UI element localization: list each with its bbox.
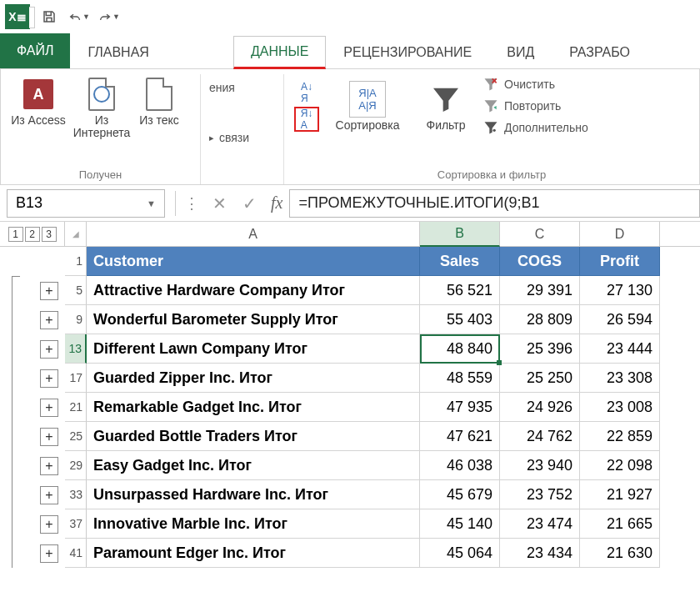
cell[interactable]: 46 038: [420, 451, 500, 480]
cell[interactable]: 23 940: [500, 451, 580, 480]
name-box-dropdown-icon[interactable]: ▼: [147, 198, 156, 208]
tab-data[interactable]: ДАННЫЕ: [233, 36, 326, 69]
cell[interactable]: Wonderful Barometer Supply Итог: [87, 305, 420, 334]
formula-input[interactable]: =ПРОМЕЖУТОЧНЫЕ.ИТОГИ(9;В1: [289, 189, 700, 218]
cell[interactable]: 23 008: [580, 393, 660, 422]
cell[interactable]: 24 762: [500, 422, 580, 451]
cell[interactable]: Remarkable Gadget Inc. Итог: [87, 393, 420, 422]
cell[interactable]: 28 809: [500, 305, 580, 334]
cell[interactable]: Innovative Marble Inc. Итог: [87, 509, 420, 539]
cell[interactable]: 25 396: [500, 334, 580, 364]
row-number[interactable]: 5: [65, 276, 87, 305]
cell[interactable]: 23 434: [500, 539, 580, 568]
outline-expand-button[interactable]: +: [40, 399, 58, 417]
cell[interactable]: 21 927: [580, 480, 660, 509]
cell[interactable]: 23 474: [500, 509, 580, 539]
cell[interactable]: 22 859: [580, 422, 660, 451]
header-cogs[interactable]: COGS: [500, 247, 580, 276]
cell[interactable]: 24 926: [500, 393, 580, 422]
cell[interactable]: 21 630: [580, 539, 660, 568]
cancel-formula-button[interactable]: ✕: [204, 189, 234, 218]
name-box[interactable]: B13 ▼: [7, 189, 165, 218]
sort-descending-button[interactable]: Я↓А: [294, 107, 319, 132]
cell[interactable]: 47 935: [420, 393, 500, 422]
undo-button[interactable]: ▼: [68, 6, 90, 28]
cell[interactable]: 55 403: [420, 305, 500, 334]
cell[interactable]: Guarded Zipper Inc. Итог: [87, 364, 420, 393]
outline-expand-button[interactable]: +: [40, 282, 58, 300]
sort-button[interactable]: Я|АА|Я Сортировка: [326, 79, 409, 132]
outline-expand-button[interactable]: +: [40, 311, 58, 329]
column-header-b[interactable]: B: [420, 222, 500, 247]
tab-home[interactable]: ГЛАВНАЯ: [70, 37, 166, 68]
cell[interactable]: Attractive Hardware Company Итог: [87, 276, 420, 305]
cell[interactable]: 23 444: [580, 334, 660, 364]
header-profit[interactable]: Profit: [580, 247, 660, 276]
cell[interactable]: Paramount Edger Inc. Итог: [87, 539, 420, 568]
tab-developer[interactable]: РАЗРАБО: [552, 37, 648, 68]
cell[interactable]: 45 679: [420, 480, 500, 509]
cell[interactable]: 47 621: [420, 422, 500, 451]
column-header-a[interactable]: A: [87, 222, 420, 246]
cell[interactable]: 45 064: [420, 539, 500, 568]
header-customer[interactable]: Customer: [87, 247, 420, 276]
row-number[interactable]: 9: [65, 305, 87, 334]
cell[interactable]: 56 521: [420, 276, 500, 305]
cell[interactable]: Easy Gadget Inc. Итог: [87, 451, 420, 480]
advanced-filter-button[interactable]: Дополнительно: [482, 118, 588, 138]
cell[interactable]: 29 391: [500, 276, 580, 305]
row-number[interactable]: 13: [65, 334, 87, 364]
accept-formula-button[interactable]: ✓: [234, 189, 264, 218]
cell[interactable]: 23 308: [580, 364, 660, 393]
select-all-corner[interactable]: ◢: [65, 222, 87, 246]
cell[interactable]: Different Lawn Company Итог: [87, 334, 420, 364]
filter-button[interactable]: Фильтр: [414, 79, 478, 132]
outline-expand-button[interactable]: +: [40, 457, 58, 475]
save-button[interactable]: [38, 6, 60, 28]
tab-file[interactable]: ФАЙЛ: [0, 33, 70, 68]
outline-expand-button[interactable]: +: [40, 369, 58, 388]
clear-filter-button[interactable]: Очистить: [482, 74, 588, 94]
outline-expand-button[interactable]: +: [40, 544, 58, 563]
sort-ascending-button[interactable]: А↓Я: [294, 80, 319, 105]
reapply-filter-button[interactable]: Повторить: [482, 96, 588, 116]
outline-expand-button[interactable]: +: [40, 340, 58, 359]
from-access-button[interactable]: A Из Access: [9, 74, 68, 127]
cell[interactable]: Unsurpassed Hardware Inc. Итог: [87, 480, 420, 509]
outline-expand-button[interactable]: +: [40, 486, 58, 504]
cell[interactable]: 22 098: [580, 451, 660, 480]
outline-level-3[interactable]: 3: [42, 227, 57, 242]
connections-item-2[interactable]: ▸связи: [209, 129, 275, 146]
cell[interactable]: 45 140: [420, 509, 500, 539]
row-number[interactable]: 29: [65, 451, 87, 480]
cell[interactable]: 26 594: [580, 305, 660, 334]
outline-expand-button[interactable]: +: [40, 428, 58, 446]
row-number[interactable]: 17: [65, 364, 87, 393]
tab-view[interactable]: ВИД: [489, 37, 552, 68]
cell[interactable]: 23 752: [500, 480, 580, 509]
header-sales[interactable]: Sales: [420, 247, 500, 276]
column-header-d[interactable]: D: [580, 222, 660, 246]
column-header-c[interactable]: C: [500, 222, 580, 246]
from-text-button[interactable]: Из текс: [136, 74, 182, 127]
connections-item-1[interactable]: ения: [209, 79, 275, 96]
row-number-1[interactable]: 1: [65, 247, 87, 276]
cell[interactable]: Guarded Bottle Traders Итог: [87, 422, 420, 451]
cell[interactable]: 48 840: [420, 334, 500, 364]
from-web-button[interactable]: Из Интернета: [72, 74, 131, 140]
cell[interactable]: 48 559: [420, 364, 500, 393]
tab-review[interactable]: РЕЦЕНЗИРОВАНИЕ: [326, 37, 489, 68]
row-number[interactable]: 37: [65, 509, 87, 539]
row-number[interactable]: 41: [65, 539, 87, 568]
fx-icon[interactable]: fx: [264, 193, 289, 213]
row-number[interactable]: 21: [65, 393, 87, 422]
outline-level-2[interactable]: 2: [25, 227, 40, 242]
row-number[interactable]: 25: [65, 422, 87, 451]
outline-expand-button[interactable]: +: [40, 515, 58, 534]
redo-button[interactable]: ▼: [98, 6, 120, 28]
outline-level-1[interactable]: 1: [8, 227, 23, 242]
cell[interactable]: 25 250: [500, 364, 580, 393]
cell[interactable]: 21 665: [580, 509, 660, 539]
cell[interactable]: 27 130: [580, 276, 660, 305]
row-number[interactable]: 33: [65, 480, 87, 509]
